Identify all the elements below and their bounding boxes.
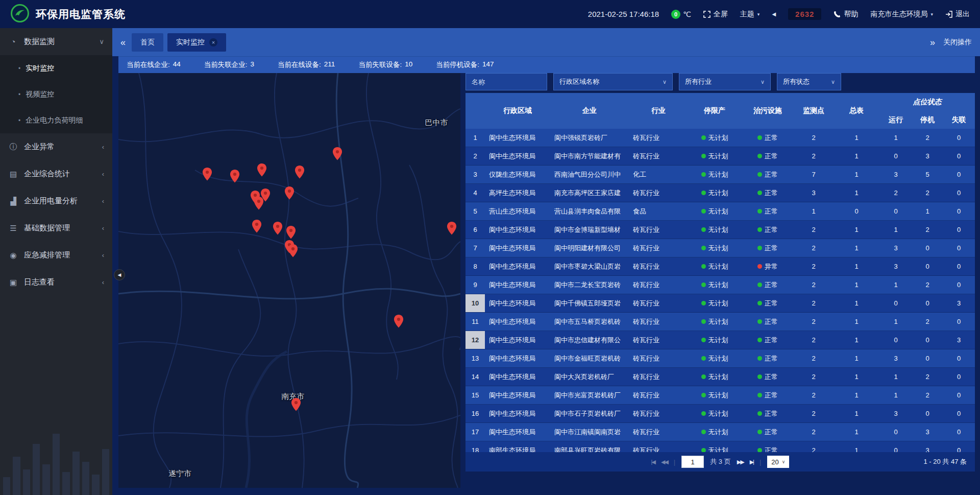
map[interactable]: 巴中市南充市遂宁市 [118,73,460,488]
status-filter-select[interactable]: 所有状态 ∨ [777,73,841,90]
table-row[interactable]: 3仪陇生态环境局西南油气田分公司川中化工无计划正常71350 [465,166,975,184]
first-page-button[interactable]: |◀ [651,459,655,465]
map-pin[interactable] [288,244,298,260]
header-index [465,93,485,129]
alarm-count-badge[interactable]: 2632 [788,8,821,20]
tab-scroll-right-icon[interactable]: » [930,38,935,47]
chevron-left-icon: ‹ [102,170,104,178]
table-row[interactable]: 2阆中生态环境局阆中市南方节能建材有砖瓦行业无计划正常21030 [465,147,975,166]
table-row[interactable]: 17阆中生态环境局阆中市江南镇阆南页岩砖瓦行业无计划正常21030 [465,423,975,441]
header-stop-production: 停限产 [688,93,741,129]
alarm-ticker-toggle[interactable]: ◀ [772,11,776,17]
tab-bar: « 首页实时监控× » 关闭操作 [112,28,980,56]
logout-label: 退出 [955,10,970,19]
map-pin[interactable] [286,226,296,241]
table-row[interactable]: 9阆中生态环境局阆中市二龙长宝页岩砖砖瓦行业无计划正常21120 [465,276,975,294]
table-row[interactable]: 18南部生态环境局南部县兴旺页岩砖有限砖瓦行业无计划正常21030 [465,441,975,452]
table-row[interactable]: 16阆中生态环境局阆中市石子页岩机砖厂砖瓦行业无计划正常21300 [465,405,975,423]
table-row[interactable]: 15阆中生态环境局阆中市光富页岩机砖厂砖瓦行业无计划正常21120 [465,386,975,405]
map-pin[interactable] [332,147,342,162]
map-pin[interactable] [203,168,212,183]
cell-stopped: 0 [912,349,943,367]
table-row[interactable]: 13阆中生态环境局阆中市金福旺页岩机砖砖瓦行业无计划正常21300 [465,349,975,368]
sidebar-group-data-monitoring[interactable]: ◔数据监测∨ [0,28,112,55]
table-row[interactable]: 10阆中生态环境局阆中千佛镇五郎垭页岩砖瓦行业无计划正常21003 [465,294,975,313]
table-row[interactable]: 12阆中生态环境局阆中市忠信建材有限公砖瓦行业无计划正常21003 [465,331,975,349]
sidebar-group-power-usage-analysis[interactable]: ▟企业用电量分析‹ [0,187,112,215]
cell-meters: 1 [833,441,880,452]
row-number: 11 [465,313,485,331]
header-meters: 总表 [833,93,880,129]
cell-lost: 0 [943,257,974,275]
status-dot [701,448,706,452]
map-pin[interactable] [295,166,305,181]
sidebar-item-power-load-detail[interactable]: •企业电力负荷明细 [0,107,112,133]
last-page-button[interactable]: ▶| [750,459,753,465]
table-row[interactable]: 14阆中生态环境局阆中大兴页岩机砖厂砖瓦行业无计划正常21120 [465,368,975,386]
map-pin[interactable] [254,197,263,212]
industry-filter-select[interactable]: 所有行业 ∨ [679,73,771,90]
cell-stop-production: 无计划 [688,221,741,239]
table-row[interactable]: 1阆中生态环境局阆中强锐页岩砖厂砖瓦行业无计划正常21120 [465,129,975,147]
map-pin[interactable] [447,222,457,237]
page-count-label: 共 3 页 [710,457,730,466]
cell-company: 阆中明阳建材有限公司 [550,239,629,257]
map-pin[interactable] [394,315,404,330]
tab-home[interactable]: 首页 [132,33,163,52]
enterprise-table: 行政区域 企业 行业 停限产 治污设施 监测点 总表 点位状态 运行 停机 [465,93,975,472]
map-pin[interactable] [252,220,262,235]
map-pin[interactable] [257,163,267,179]
sidebar-group-base-data-management[interactable]: ☰基础数据管理‹ [0,215,112,242]
tab-scroll-left-icon[interactable]: « [120,38,126,47]
cell-stop-production: 无计划 [688,276,741,294]
map-pin[interactable] [230,170,239,185]
prev-page-button[interactable]: ◀◀ [661,459,668,465]
log-icon: ▣ [8,278,18,287]
page-size-select[interactable]: 20 ∨ [767,456,789,468]
table-row[interactable]: 11阆中生态环境局阆中市五马桥页岩机砖砖瓦行业无计划正常21120 [465,313,975,331]
page-input[interactable] [681,456,704,468]
map-pin[interactable] [273,222,282,237]
tab-close-icon[interactable]: × [209,38,217,46]
cell-company: 阆中市金福旺页岩机砖 [550,349,629,367]
next-page-button[interactable]: ▶▶ [737,459,744,465]
help-button[interactable]: 帮助 [834,10,858,19]
cell-region: 高坪生态环境局 [485,184,550,202]
sidebar-group-enterprise-abnormal[interactable]: ⓘ企业异常‹ [0,133,112,160]
map-pin[interactable] [285,186,295,202]
sidebar-item-realtime-monitor[interactable]: •实时监控 [0,55,112,81]
cell-stopped: 0 [912,405,943,422]
stat-value: 147 [482,60,494,69]
region-filter-select[interactable]: 行政区域名称 ∨ [553,73,673,90]
close-operations-menu[interactable]: 关闭操作 [943,38,972,47]
sidebar-group-emergency-reduction[interactable]: ◉应急减排管理‹ [0,242,112,269]
table-row[interactable]: 7阆中生态环境局阆中明阳建材有限公司砖瓦行业无计划正常21300 [465,239,975,257]
sidebar-group-enterprise-statistics[interactable]: ▤企业综合统计‹ [0,160,112,187]
fullscreen-button[interactable]: 全屏 [703,10,728,19]
tab-realtime-monitor[interactable]: 实时监控× [167,33,226,52]
info-icon: ⓘ [8,142,18,152]
cell-stop-production: 无计划 [688,313,741,331]
sidebar-group-label: 企业综合统计 [24,169,70,179]
table-row[interactable]: 4高坪生态环境局南充市高坪区王家店建砖瓦行业无计划正常31220 [465,184,975,202]
logout-button[interactable]: 退出 [945,10,970,19]
row-number: 6 [465,221,485,239]
sidebar-group-log-view[interactable]: ▣日志查看‹ [0,269,112,296]
cell-lost: 0 [943,184,974,202]
pagination: |◀ ◀◀ | 共 3 页 ▶▶ ▶| | 20 ∨ [465,452,975,472]
map-city-label: 巴中市 [425,118,448,128]
org-menu[interactable]: 南充市生态环境局 ▾ [870,10,933,19]
theme-menu[interactable]: 主题 ▾ [740,10,760,19]
row-number: 17 [465,423,485,441]
name-filter-input[interactable] [472,78,541,86]
sidebar-item-video-monitor[interactable]: •视频监控 [0,81,112,107]
table-row[interactable]: 8阆中生态环境局阆中市枣碧大梁山页岩砖瓦行业无计划异常21300 [465,257,975,276]
cell-company: 阆中强锐页岩砖厂 [550,129,629,147]
sidebar-item-label: 企业电力负荷明细 [26,116,83,125]
map-pin[interactable] [291,398,301,413]
table-row[interactable]: 6阆中生态环境局阆中市金博瑞新型墙材砖瓦行业无计划正常21120 [465,221,975,239]
brand: 环保用电监管系统 [10,4,126,25]
cell-stop-production: 无计划 [688,423,741,441]
table-row[interactable]: 5营山生态环境局营山县润丰肉食品有限食品无计划正常10010 [465,202,975,221]
map-collapse-toggle[interactable]: ◀ [114,269,125,280]
